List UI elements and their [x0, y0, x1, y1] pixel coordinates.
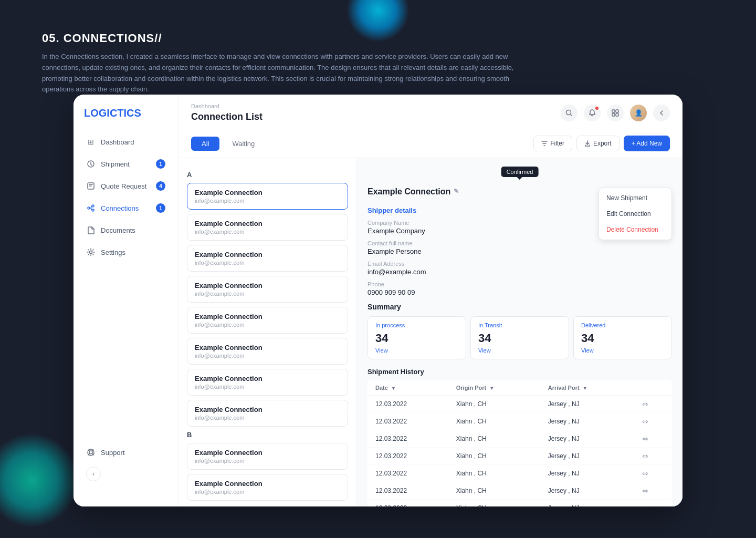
row-date: 12.03.2022 [368, 413, 449, 430]
row-arrival: Jersey , NJ [541, 482, 635, 500]
in-transit-label: In Transit [478, 322, 561, 328]
detail-connection-name: Example Connection ✎ [368, 187, 462, 196]
table-row: 12.03.2022 Xiahn , CH Jersey , NJ ⇔ [368, 482, 672, 500]
svg-point-4 [92, 209, 94, 211]
sidebar-item-quote[interactable]: Quote Request 4 [80, 176, 172, 196]
sidebar-item-support[interactable]: Support [80, 442, 172, 462]
confirmed-tooltip: Confirmed [501, 167, 539, 177]
avatar[interactable]: 👤 [630, 105, 647, 121]
connection-email: info@example.com [195, 489, 340, 495]
svg-rect-11 [612, 113, 615, 116]
delivered-link[interactable]: View [581, 347, 664, 354]
sidebar-item-documents[interactable]: Documents [80, 220, 172, 240]
back-button[interactable] [653, 105, 670, 121]
row-arrival: Jersey , NJ [541, 448, 635, 465]
tab-waiting[interactable]: Waiting [222, 137, 265, 151]
connection-email: info@example.com [195, 198, 340, 204]
context-menu-new-shipment[interactable]: New Shipment [599, 190, 671, 206]
shipment-icon [86, 159, 96, 169]
phone-value: 0900 909 90 09 [368, 288, 672, 296]
list-item[interactable]: Example Connection info@example.com [187, 400, 348, 427]
row-link[interactable]: ⇔ [635, 465, 672, 482]
row-date: 12.03.2022 [368, 465, 449, 482]
logo: LOGICTICS [74, 107, 178, 132]
context-menu-edit-connection[interactable]: Edit Connection [599, 206, 671, 222]
connection-email: info@example.com [195, 384, 340, 390]
quote-icon [86, 181, 96, 191]
collapse-icon: ‹ [92, 470, 94, 478]
list-item[interactable]: Example Connection info@example.com [187, 183, 348, 210]
connection-name: Example Connection [195, 282, 340, 289]
summary-cards: In proccess 34 View In Transit 34 View D… [368, 316, 672, 359]
table-row: 12.03.2022 Xiahn , CH Jersey , NJ ⇔ [368, 448, 672, 465]
page-section-header: 05. CONNECTIONS// In the Connections sec… [42, 32, 714, 95]
quote-badge: 4 [156, 181, 165, 191]
row-link[interactable]: ⇔ [635, 430, 672, 448]
connection-name: Example Connection [195, 449, 340, 457]
list-item[interactable]: Example Connection info@example.com [187, 214, 348, 241]
table-row: 12.03.2022 Xiahn , CH Jersey , NJ ⇔ [368, 413, 672, 430]
list-item[interactable]: Example Connection info@example.com [187, 245, 348, 272]
group-label-a: A [187, 171, 348, 179]
row-origin: Xiahn , CH [449, 465, 541, 482]
list-item[interactable]: Example Connection info@example.com [187, 474, 348, 501]
sidebar-item-settings[interactable]: Settings [80, 242, 172, 262]
row-arrival: Jersey , NJ [541, 500, 635, 507]
edit-icon[interactable]: ✎ [454, 188, 462, 196]
list-item[interactable]: Example Connection info@example.com [187, 369, 348, 396]
summary-card-in-process: In proccess 34 View [368, 316, 466, 359]
search-button[interactable] [561, 105, 578, 121]
connections-icon [86, 203, 96, 213]
list-item[interactable]: Example Connection info@example.com [187, 443, 348, 470]
collapse-button[interactable]: ‹ [86, 467, 101, 481]
connection-name: Example Connection [195, 375, 340, 382]
connection-email: info@example.com [195, 458, 340, 464]
history-title: Shipment History [368, 368, 672, 376]
row-arrival: Jersey , NJ [541, 465, 635, 482]
col-origin[interactable]: Origin Port ▼ [449, 380, 541, 396]
row-link[interactable]: ⇔ [635, 396, 672, 413]
row-link[interactable]: ⇔ [635, 413, 672, 430]
table-row: 12.03.2022 Xiahn , CH Jersey , NJ ⇔ [368, 465, 672, 482]
sidebar-item-label: Quote Request [101, 182, 146, 190]
notification-button[interactable] [584, 105, 601, 121]
in-process-value: 34 [375, 332, 458, 345]
bg-decoration-bottom-left [0, 433, 79, 527]
export-button[interactable]: Export [576, 136, 620, 151]
sidebar-item-connections[interactable]: Connections 1 [80, 198, 172, 218]
row-link[interactable]: ⇔ [635, 482, 672, 500]
sidebar-item-dashboard[interactable]: ⊞ Dashboard [80, 132, 172, 152]
history-table: Date ▼ Origin Port ▼ Arrival Port ▼ [368, 380, 672, 506]
settings-icon [86, 247, 96, 257]
connection-name: Example Connection [195, 189, 340, 196]
filter-button[interactable]: Filter [533, 136, 572, 151]
grid-button[interactable] [607, 105, 624, 121]
connection-name: Example Connection [195, 406, 340, 413]
sidebar-item-shipment[interactable]: Shipment 1 [80, 154, 172, 174]
connection-email: info@example.com [195, 260, 340, 266]
add-new-button[interactable]: + Add New [624, 136, 670, 151]
col-date[interactable]: Date ▼ [368, 380, 449, 396]
sidebar-bottom: Support ‹ [74, 442, 178, 494]
contact-name-value: Example Persone [368, 247, 672, 255]
summary-title: Summary [368, 303, 672, 311]
svg-point-3 [92, 205, 94, 207]
context-menu-delete-connection[interactable]: Delete Connection [599, 222, 671, 237]
delivered-value: 34 [581, 332, 664, 345]
connection-name: Example Connection [195, 251, 340, 258]
list-item[interactable]: Example Connection info@example.com [187, 338, 348, 365]
connection-name: Example Connection [195, 220, 340, 227]
summary-card-delivered: Delivered 34 View [573, 316, 672, 359]
list-item[interactable]: Example Connection info@example.com [187, 307, 348, 334]
svg-rect-9 [612, 110, 615, 112]
in-process-link[interactable]: View [375, 347, 458, 354]
row-link[interactable]: ⇔ [635, 500, 672, 507]
col-arrival[interactable]: Arrival Port ▼ [541, 380, 635, 396]
logo-black: LOGIC [84, 107, 117, 119]
row-link[interactable]: ⇔ [635, 448, 672, 465]
nav-section: ⊞ Dashboard Shipment 1 Quote Request 4 [74, 132, 178, 442]
in-transit-link[interactable]: View [478, 347, 561, 354]
list-item[interactable]: Example Connection info@example.com [187, 276, 348, 303]
row-date: 12.03.2022 [368, 482, 449, 500]
tab-all[interactable]: All [191, 137, 219, 151]
